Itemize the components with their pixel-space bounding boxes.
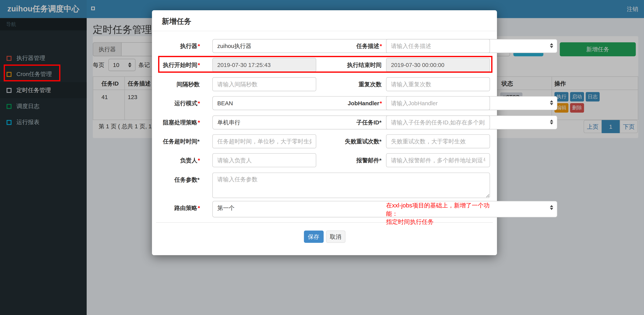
modal-header-divider (152, 31, 497, 31)
required-asterisk: * (198, 119, 200, 126)
route-strategy-select[interactable]: 第一个 (212, 201, 557, 217)
required-asterisk: * (198, 205, 200, 211)
retry-input[interactable] (386, 134, 490, 148)
feature-note-line1: 在xxl-jobs项目的基础上，新增了一个功能： (386, 201, 497, 218)
required-asterisk: * (198, 157, 200, 163)
select-arrows-icon (550, 43, 553, 48)
child-task-input[interactable] (386, 116, 490, 129)
start-time-label: 执行开始时间* (154, 58, 200, 72)
required-asterisk: * (380, 100, 382, 106)
start-time-input[interactable] (212, 58, 316, 72)
end-time-label: 执行结束时间 (326, 58, 382, 72)
retry-label: 失败重试次数* (326, 134, 382, 148)
interval-input[interactable] (212, 77, 316, 91)
end-time-input[interactable] (386, 58, 490, 72)
owner-label: 负责人* (154, 153, 200, 167)
executor-select[interactable]: zuihou执行器 (212, 39, 557, 53)
executor-label: 执行器* (154, 39, 200, 53)
feature-note-line2: 指定时间执行任务 (386, 218, 497, 226)
cancel-button[interactable]: 取消 (326, 230, 345, 243)
timeout-label: 任务超时时间* (154, 134, 200, 148)
save-button[interactable]: 保存 (304, 230, 323, 243)
block-strategy-label: 阻塞处理策略* (154, 116, 200, 129)
jobhandler-label: JobHandler* (326, 96, 382, 110)
app-window: zuihou任务调度中心 注销 导航 执行器管理 Cron任务管理 定时任务管理… (0, 0, 644, 315)
repeat-input[interactable] (386, 77, 490, 91)
required-asterisk: * (198, 100, 200, 106)
route-strategy-label: 路由策略* (154, 201, 200, 215)
task-params-label: 任务参数* (154, 173, 200, 187)
task-params-textarea[interactable] (212, 173, 490, 198)
select-arrows-icon (550, 120, 553, 124)
timeout-input[interactable] (212, 134, 316, 148)
modal-footer-divider (156, 222, 493, 223)
task-desc-label: 任务描述* (326, 39, 382, 53)
alarm-email-input[interactable] (386, 153, 490, 167)
run-mode-label: 运行模式* (154, 96, 200, 110)
select-arrows-icon (550, 100, 553, 105)
jobhandler-input[interactable] (386, 96, 490, 110)
modal-footer: 保存取消 (152, 230, 497, 243)
required-asterisk: * (198, 43, 200, 49)
required-asterisk: * (380, 43, 382, 49)
modal-title: 新增任务 (162, 15, 192, 28)
task-desc-input[interactable] (386, 39, 490, 53)
owner-input[interactable] (212, 153, 316, 167)
select-arrows-icon (550, 205, 553, 210)
repeat-label: 重复次数 (326, 77, 382, 91)
required-asterisk: * (198, 62, 200, 68)
alarm-email-label: 报警邮件* (326, 153, 382, 167)
child-task-label: 子任务ID* (326, 116, 382, 129)
block-strategy-select[interactable]: 单机串行 (212, 116, 557, 129)
run-mode-select[interactable]: BEAN (212, 96, 557, 110)
interval-label: 间隔秒数 (154, 77, 200, 91)
add-task-modal: 新增任务 执行器* zuihou执行器 任务描述* 执行开始时间* 执行结束时间… (152, 10, 497, 255)
